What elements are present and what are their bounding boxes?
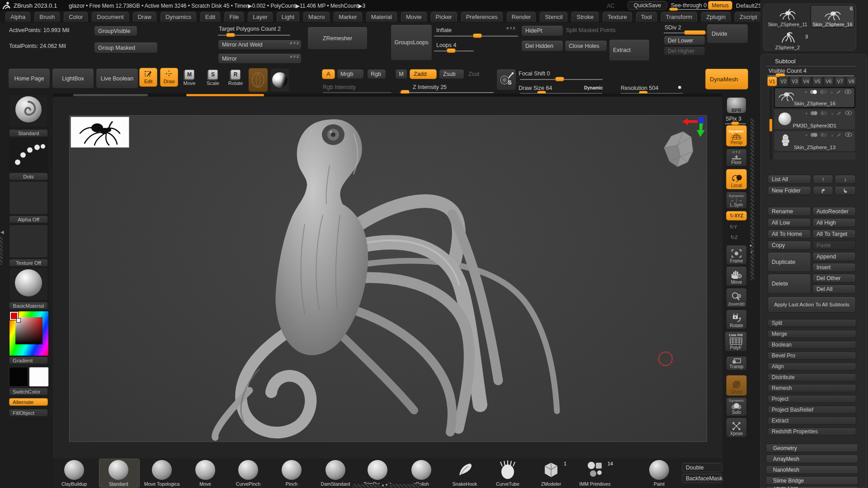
brush-curvetube[interactable]: CurveTube	[489, 460, 527, 487]
shelf-scrollbar[interactable]	[53, 94, 722, 97]
menu-preferences[interactable]: Preferences	[461, 12, 503, 22]
zadd-button[interactable]: Zadd	[410, 69, 437, 79]
draw-size-slider-label[interactable]: Draw Size 64	[519, 85, 552, 91]
menu-light[interactable]: Light	[277, 12, 299, 22]
contrast-toggle-icon[interactable]: ◑	[830, 111, 833, 116]
tab-v3[interactable]: V3	[790, 76, 800, 86]
zoom3d-button[interactable]: Zoom3D	[726, 288, 747, 308]
move-down-button[interactable]: ↓	[835, 175, 856, 184]
menu-transform[interactable]: Transform	[661, 12, 698, 22]
document-viewport[interactable]	[69, 115, 707, 442]
tab-v2[interactable]: V2	[778, 76, 788, 86]
union-arrow-icon[interactable]: ▾	[805, 133, 807, 137]
menu-stroke[interactable]: Stroke	[571, 12, 599, 22]
brush-damstandard[interactable]: DamStandard	[316, 460, 354, 487]
merge-button[interactable]: Merge	[768, 330, 856, 338]
loops-slider-label[interactable]: Loops 4	[436, 42, 456, 48]
move-into-button[interactable]: ↳	[835, 186, 856, 195]
menu-tool[interactable]: Tool	[636, 12, 657, 22]
menu-edit[interactable]: Edit	[200, 12, 220, 22]
group-masked-button[interactable]: Group Masked	[94, 42, 158, 53]
menu-texture[interactable]: Texture	[603, 12, 632, 22]
subtool-item-skin-zsphere-16[interactable]: ▾ ◑ Skin_ZSphere_16	[774, 87, 855, 108]
all-high-button[interactable]: All High	[812, 218, 856, 227]
see-through-handle[interactable]	[669, 8, 678, 11]
brush-imm-primitives[interactable]: 14 IMM Primitives	[576, 460, 614, 487]
extract-subtool-button[interactable]: Extract	[768, 417, 856, 425]
floor-button[interactable]: X Y Z Floor	[726, 149, 747, 166]
persp-button[interactable]: Dynamic Persp	[726, 125, 747, 146]
uv-toggle-icon[interactable]	[821, 132, 827, 138]
menu-alpha[interactable]: Alpha	[5, 12, 30, 22]
rotate-z-icon[interactable]: ↻Z	[731, 235, 738, 240]
shelf-scroll-segment-active[interactable]	[186, 94, 264, 96]
tool-thumb-skin-zsphere-11[interactable]: Skin_ZSphere_11	[765, 5, 810, 27]
boolean-button[interactable]: Boolean	[768, 341, 856, 349]
tab-v8[interactable]: V8	[846, 76, 856, 86]
visibility-eye-icon[interactable]	[844, 89, 852, 95]
list-all-button[interactable]: List All	[768, 175, 811, 184]
move-to-folder-button[interactable]: ↱	[813, 186, 833, 195]
inflate-slider-label[interactable]: Inflate	[436, 27, 452, 33]
mirror-and-weld-button[interactable]: Mirror And Weld X Y Z	[218, 40, 302, 50]
rotate-canvas-button[interactable]: Rotate	[726, 310, 747, 329]
solo-button[interactable]: Dynamic Solo	[726, 397, 747, 416]
material-selector-thumbnail[interactable]	[9, 267, 48, 301]
menu-movie[interactable]: Movie	[401, 12, 427, 22]
brush-spolish[interactable]: sPolish	[402, 460, 440, 487]
uv-toggle-icon[interactable]	[821, 110, 827, 117]
visibility-eye-icon[interactable]	[845, 110, 852, 117]
z-intensity-slider-label[interactable]: Z Intensity 25	[413, 84, 447, 90]
subtool-item-pm3d-sphere3d1[interactable]: ▾ ◑ PM3D_Sphere3D1	[774, 109, 855, 130]
tool-thumb-skin-zsphere-16[interactable]: 6 Skin_ZSphere_16	[811, 5, 854, 28]
group-visible-button[interactable]: GroupVisible	[94, 26, 137, 36]
gradient-button[interactable]: Gradient	[9, 357, 48, 364]
stroke-lazy-button[interactable]: S	[496, 69, 516, 90]
uv-toggle-icon[interactable]	[820, 89, 827, 95]
align-button[interactable]: Align	[768, 362, 856, 371]
visible-count-slider-label[interactable]: Visible Count 4	[769, 68, 807, 74]
menu-brush[interactable]: Brush	[34, 12, 60, 22]
double-button[interactable]: Double	[682, 463, 722, 472]
move-canvas-button[interactable]: Move	[726, 266, 747, 286]
mirror-button[interactable]: Mirror X Y Z	[218, 53, 302, 64]
edit-mode-button[interactable]: Edit	[139, 68, 157, 87]
xyz-button[interactable]: ↻ XYZ	[726, 211, 747, 221]
menu-picker[interactable]: Picker	[431, 12, 457, 22]
texture-selector-thumbnail[interactable]	[9, 225, 48, 258]
loops-handle[interactable]	[447, 48, 456, 53]
brush-snakehook[interactable]: SnakeHook	[446, 460, 484, 487]
new-folder-button[interactable]: New Folder	[768, 186, 811, 195]
move-mode-button[interactable]: M Move	[180, 70, 199, 86]
visibility-eye-icon[interactable]	[845, 132, 852, 138]
split-button[interactable]: Split	[768, 319, 856, 327]
brush-selector-thumbnail[interactable]	[9, 94, 48, 127]
brush-trimdynamic[interactable]: TrimDynamic	[359, 460, 396, 487]
focal-shift-slider-label[interactable]: Focal Shift 0	[519, 70, 550, 77]
bottom-scroll-arrows-icon[interactable]: ▲▼	[380, 483, 390, 487]
brush-move-topological[interactable]: Move Topologica	[143, 460, 181, 487]
union-arrow-icon[interactable]: ▾	[805, 90, 807, 94]
project-button[interactable]: Project	[768, 395, 856, 403]
shelf-scroll-segment[interactable]	[73, 94, 148, 96]
local-button[interactable]: Local	[726, 169, 747, 189]
subtool-header[interactable]: Subtool	[775, 58, 796, 65]
scale-mode-button[interactable]: S Scale	[203, 70, 222, 86]
lightbox-button[interactable]: LightBox	[52, 68, 94, 89]
menu-document[interactable]: Document	[92, 12, 128, 22]
hidept-button[interactable]: HidePt	[521, 25, 563, 36]
append-button[interactable]: Append	[812, 252, 856, 261]
del-lower-button[interactable]: Del Lower	[664, 36, 705, 45]
contrast-toggle-icon[interactable]: ◑	[830, 133, 833, 138]
brush-curvepinch[interactable]: CurvePinch	[229, 460, 267, 487]
all-to-target-button[interactable]: All To Target	[812, 230, 856, 239]
focal-shift-handle[interactable]	[555, 77, 564, 81]
menu-dynamics[interactable]: Dynamics	[160, 12, 196, 22]
menu-render[interactable]: Render	[507, 12, 536, 22]
menu-zscript[interactable]: Zscript	[735, 12, 762, 22]
current-material-thumbnail[interactable]	[270, 68, 290, 92]
copy-button[interactable]: Copy	[768, 241, 811, 250]
tab-v7[interactable]: V7	[835, 76, 845, 86]
close-holes-button[interactable]: Close Holes	[565, 40, 607, 52]
bottom-scrollbar[interactable]: ▲▼	[353, 484, 420, 488]
